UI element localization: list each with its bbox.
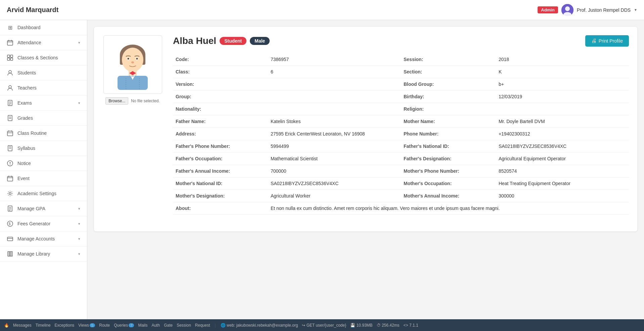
svg-point-11 bbox=[9, 70, 11, 73]
sidebar-item-label: Classes & Sections bbox=[17, 55, 80, 60]
sidebar-item-attendance[interactable]: Attendance ▾ bbox=[0, 35, 87, 50]
sidebar-item-teachers[interactable]: Teachers bbox=[0, 80, 87, 96]
table-row: Version: Blood Group: b+ bbox=[173, 78, 629, 91]
sidebar-item-label: Dashboard bbox=[17, 25, 80, 30]
mother-phone-value: 8520574 bbox=[496, 165, 629, 177]
sidebar-item-class-routine[interactable]: Class Routine bbox=[0, 126, 87, 141]
sidebar-item-label: Class Routine bbox=[17, 130, 80, 136]
table-row: Father's Annual Income: 700000 Mother's … bbox=[173, 165, 629, 177]
manage-gpa-icon bbox=[7, 205, 13, 212]
chevron-down-icon: ▾ bbox=[78, 101, 80, 105]
svg-text:$: $ bbox=[9, 222, 11, 226]
father-income-label: Father's Annual Income: bbox=[173, 165, 268, 177]
class-routine-icon bbox=[7, 130, 13, 136]
sidebar-item-manage-library[interactable]: Manage Library ▾ bbox=[0, 246, 87, 262]
session-link[interactable]: Session bbox=[177, 323, 191, 328]
auth-link[interactable]: Auth bbox=[151, 323, 160, 328]
sidebar-item-classes-sections[interactable]: Classes & Sections bbox=[0, 50, 87, 65]
user-dropdown-arrow[interactable]: ▼ bbox=[634, 8, 637, 12]
views-count: 5 bbox=[90, 323, 95, 327]
app-title: Arvid Marquardt bbox=[7, 6, 58, 14]
print-icon: 🖨 bbox=[591, 38, 597, 44]
sidebar-item-label: Manage Accounts bbox=[17, 236, 74, 241]
classes-icon bbox=[7, 54, 13, 61]
admin-badge: Admin bbox=[538, 6, 558, 13]
father-designation-label: Father's Designation: bbox=[401, 153, 496, 165]
sidebar-item-label: Manage Library bbox=[17, 251, 74, 257]
timeline-link[interactable]: Timeline bbox=[36, 323, 51, 328]
class-label: Class: bbox=[173, 66, 268, 78]
sidebar-item-label: Event bbox=[17, 176, 80, 181]
sidebar-item-fees-generator[interactable]: $ Fees Generator ▾ bbox=[0, 216, 87, 231]
table-row: Father's Occupation: Mathematical Scient… bbox=[173, 153, 629, 165]
session-label: Session: bbox=[401, 53, 496, 66]
exceptions-link[interactable]: Exceptions bbox=[55, 323, 75, 328]
academic-settings-icon bbox=[7, 190, 13, 197]
class-value: 6 bbox=[268, 66, 401, 78]
sidebar-item-academic-settings[interactable]: Academic Settings bbox=[0, 186, 87, 201]
svg-point-52 bbox=[128, 58, 129, 59]
student-name: Alba Huel bbox=[173, 36, 216, 46]
nationality-label: Nationality: bbox=[173, 103, 268, 115]
svg-rect-17 bbox=[8, 115, 12, 121]
svg-rect-8 bbox=[10, 55, 13, 57]
sidebar-item-label: Grades bbox=[17, 115, 80, 121]
mother-phone-label: Mother's Phone Number: bbox=[401, 165, 496, 177]
chevron-down-icon: ▾ bbox=[78, 222, 80, 226]
about-value: Et non nulla ex cum distinctio. Amet rem… bbox=[268, 202, 629, 215]
group-value bbox=[268, 91, 401, 103]
php-info: <> 7.1.1 bbox=[404, 323, 418, 328]
queries-count: 7 bbox=[129, 323, 134, 327]
svg-rect-10 bbox=[10, 58, 13, 60]
svg-rect-43 bbox=[8, 252, 9, 256]
print-profile-label: Print Profile bbox=[599, 38, 623, 44]
main-layout: ⊞ Dashboard Attendance ▾ Classes & Secti… bbox=[0, 20, 644, 319]
user-name[interactable]: Prof. Juston Rempel DDS bbox=[577, 7, 631, 13]
sidebar-item-label: Syllabus bbox=[17, 146, 80, 151]
svg-point-54 bbox=[131, 61, 134, 63]
manage-accounts-icon bbox=[7, 235, 13, 242]
version-value bbox=[268, 78, 401, 91]
sidebar-item-label: Teachers bbox=[17, 85, 80, 91]
memory-info: 💾 10.93MB bbox=[350, 323, 372, 328]
chevron-down-icon: ▾ bbox=[78, 237, 80, 241]
table-row: Mother's Designation: Agricultural Worke… bbox=[173, 190, 629, 202]
sidebar-item-manage-gpa[interactable]: Manage GPA ▾ bbox=[0, 201, 87, 216]
sidebar-item-notice[interactable]: Notice bbox=[0, 156, 87, 171]
sidebar-item-grades[interactable]: Grades bbox=[0, 111, 87, 126]
table-row: Mother's National ID: SA0218IBYZVZJSEC85… bbox=[173, 177, 629, 190]
table-row: Group: Birthday: 12/03/2019 bbox=[173, 91, 629, 103]
route-link[interactable]: Route bbox=[99, 323, 110, 328]
mother-income-label: Mother's Annual Income: bbox=[401, 190, 496, 202]
web-info: 🌐 web: jakubowski.rebekah@example.org bbox=[221, 323, 298, 328]
sidebar-item-label: Manage GPA bbox=[17, 206, 74, 211]
mails-link[interactable]: Mails bbox=[138, 323, 147, 328]
sidebar-item-exams[interactable]: Exams ▾ bbox=[0, 96, 87, 111]
address-value: 27595 Erick CenterWest Leoraton, NV 1690… bbox=[268, 128, 401, 140]
sidebar-item-dashboard[interactable]: ⊞ Dashboard bbox=[0, 20, 87, 35]
sidebar-item-manage-accounts[interactable]: Manage Accounts ▾ bbox=[0, 231, 87, 246]
sidebar-item-syllabus[interactable]: Syllabus bbox=[0, 141, 87, 156]
bottom-bar: 🔥 Messages Timeline Exceptions Views5 Ro… bbox=[0, 319, 644, 331]
print-profile-button[interactable]: 🖨 Print Profile bbox=[585, 35, 629, 47]
mother-national-id-label: Mother's National ID: bbox=[173, 177, 268, 190]
father-name-value: Katelin Stokes bbox=[268, 115, 401, 128]
sidebar-item-label: Fees Generator bbox=[17, 221, 74, 226]
nationality-value bbox=[268, 103, 401, 115]
queries-link[interactable]: Queries7 bbox=[114, 323, 134, 328]
svg-rect-9 bbox=[7, 58, 10, 60]
version-label: Version: bbox=[173, 78, 268, 91]
mother-designation-value: Agricultural Worker bbox=[268, 190, 401, 202]
messages-link[interactable]: Messages bbox=[13, 323, 32, 328]
profile-photo-section: Browse... No file selected. bbox=[102, 35, 163, 105]
sidebar-item-label: Notice bbox=[17, 161, 80, 166]
fees-generator-icon: $ bbox=[7, 220, 13, 227]
section-value: K bbox=[496, 66, 629, 78]
sidebar-item-event[interactable]: Event bbox=[0, 171, 87, 186]
route-info: ↪ GET user/{user_code} bbox=[302, 323, 346, 328]
views-link[interactable]: Views5 bbox=[78, 323, 95, 328]
browse-button[interactable]: Browse... bbox=[105, 97, 128, 105]
sidebar-item-students[interactable]: Students bbox=[0, 65, 87, 80]
request-link[interactable]: Request bbox=[195, 323, 210, 328]
gate-link[interactable]: Gate bbox=[164, 323, 173, 328]
